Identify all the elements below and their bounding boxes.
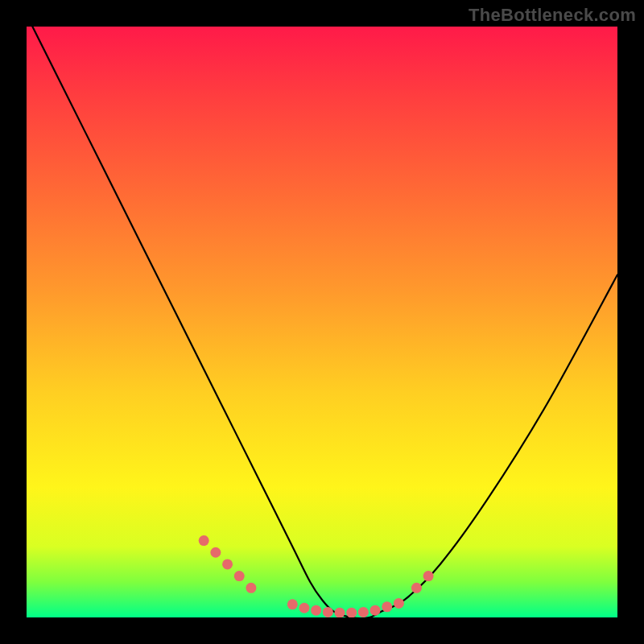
watermark-text: TheBottleneck.com [469, 5, 636, 26]
marker-dot [311, 605, 321, 616]
marker-dot [358, 607, 369, 617]
marker-group [199, 535, 434, 617]
marker-dot [382, 601, 392, 612]
marker-dot [287, 599, 298, 609]
marker-dot [210, 547, 221, 558]
marker-dot [323, 607, 333, 617]
marker-dot [370, 605, 381, 616]
chart-frame: TheBottleneck.com [0, 0, 644, 644]
marker-dot [423, 571, 434, 581]
marker-dot [411, 583, 422, 593]
marker-dot [299, 603, 309, 613]
marker-dot [335, 608, 345, 617]
marker-dot [222, 559, 233, 569]
plot-area [27, 27, 617, 617]
marker-dot [246, 583, 256, 593]
marker-dot [199, 535, 209, 546]
chart-svg [27, 27, 617, 617]
marker-dot [234, 571, 245, 581]
marker-dot [346, 608, 357, 617]
bottleneck-curve [27, 27, 617, 617]
marker-dot [394, 598, 404, 609]
